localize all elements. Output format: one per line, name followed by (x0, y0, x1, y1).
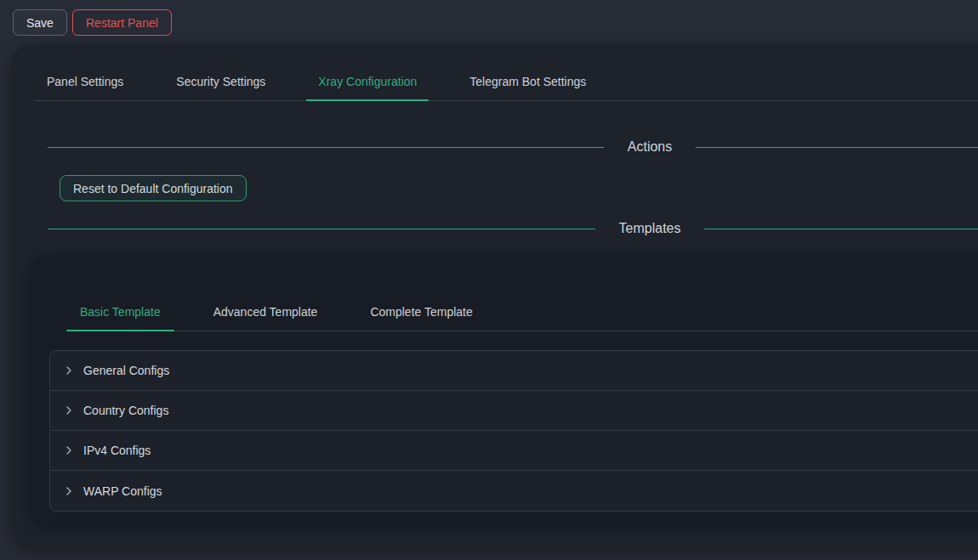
tab-xray-configuration[interactable]: Xray Configuration (306, 64, 429, 100)
templates-divider: Templates (48, 218, 978, 239)
actions-divider-title: Actions (604, 139, 696, 155)
templates-card: Basic Template Advanced Template Complet… (31, 255, 978, 524)
settings-card: Panel Settings Security Settings Xray Co… (12, 44, 978, 546)
collapse-label: WARP Configs (83, 484, 162, 498)
collapse-label: General Configs (83, 364, 169, 377)
settings-tab-bar: Panel Settings Security Settings Xray Co… (35, 64, 978, 101)
collapse-general-configs[interactable]: General Configs (50, 351, 978, 391)
template-collapse-group: General Configs Country Configs IPv4 Con… (49, 350, 978, 512)
tab-basic-template[interactable]: Basic Template (66, 294, 174, 331)
collapse-label: IPv4 Configs (83, 444, 151, 457)
chevron-right-icon (64, 445, 74, 455)
restart-panel-button[interactable]: Restart Panel (72, 9, 172, 36)
collapse-warp-configs[interactable]: WARP Configs (50, 471, 978, 511)
tab-panel-settings[interactable]: Panel Settings (35, 64, 135, 100)
save-button[interactable]: Save (13, 9, 67, 36)
collapse-country-configs[interactable]: Country Configs (50, 391, 978, 431)
tab-telegram-bot-settings[interactable]: Telegram Bot Settings (458, 64, 598, 100)
actions-button-row: Reset to Default Configuration (60, 175, 978, 201)
chevron-right-icon (64, 365, 74, 376)
chevron-right-icon (64, 405, 74, 416)
tab-advanced-template[interactable]: Advanced Template (200, 294, 332, 331)
template-tab-bar: Basic Template Advanced Template Complet… (66, 255, 978, 331)
tab-security-settings[interactable]: Security Settings (164, 64, 277, 100)
actions-divider: Actions (48, 137, 978, 157)
templates-divider-title: Templates (595, 221, 705, 236)
reset-default-config-button[interactable]: Reset to Default Configuration (60, 175, 247, 201)
top-action-bar: Save Restart Panel (0, 0, 978, 44)
collapse-ipv4-configs[interactable]: IPv4 Configs (50, 431, 978, 471)
collapse-label: Country Configs (83, 404, 168, 417)
chevron-right-icon (64, 486, 74, 496)
tab-complete-template[interactable]: Complete Template (356, 294, 486, 331)
